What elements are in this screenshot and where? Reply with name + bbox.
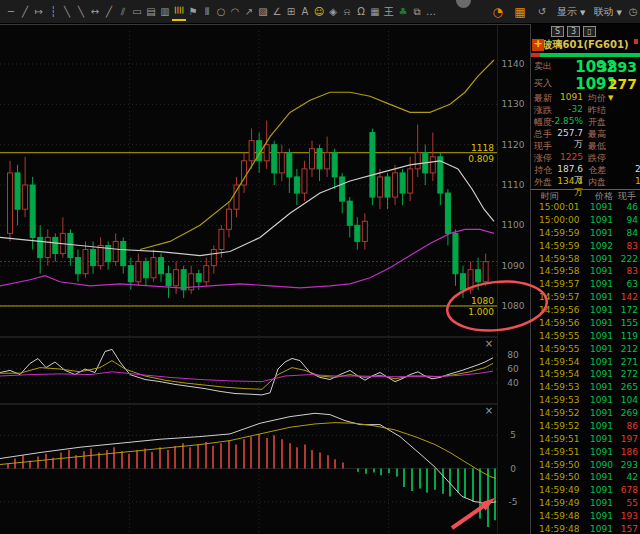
pane-close-button[interactable]: × — [485, 338, 493, 349]
calendar-clock-icon[interactable]: ▦ — [509, 3, 531, 21]
short-line-tool-icon[interactable]: ╱ — [102, 3, 116, 21]
tick-row[interactable]: 14:59:58109183 — [531, 266, 640, 279]
angle-tool-icon[interactable]: ∠ — [270, 3, 284, 21]
arrow-line-tool-icon[interactable]: ↦ — [32, 3, 46, 21]
tick-time: 14:59:52 — [539, 408, 579, 418]
tick-row[interactable]: 14:59:561091172 — [531, 305, 640, 318]
bell-tool-icon[interactable]: ⍾ — [340, 3, 354, 21]
candle-body — [113, 241, 118, 261]
tick-row[interactable]: 14:59:511091186-1 — [531, 447, 640, 460]
more-tools-icon[interactable]: … — [424, 3, 438, 21]
filled-rect-tool-icon[interactable]: ▤ — [144, 3, 158, 21]
mid-axis-tick: 80 — [498, 350, 528, 360]
stat-row: 涨停1225跌停 — [531, 152, 640, 164]
parallel-lines-tool-icon[interactable]: ⫽ — [116, 3, 130, 21]
tick-row[interactable]: 14:59:481091157 — [531, 524, 640, 534]
candle-body — [468, 270, 473, 290]
flag-tool-icon[interactable]: ⚑ — [186, 3, 200, 21]
link-menu[interactable]: 联动 ▼ — [593, 5, 622, 19]
tick-row[interactable]: 14:59:581091222 — [531, 254, 640, 267]
display-menu[interactable]: 显示 ▼ — [557, 5, 586, 19]
main-axis-tick: 1100 — [498, 220, 528, 230]
vertical-bars-tool-icon[interactable]: |||| — [172, 3, 186, 21]
tick-price: 1091 — [577, 318, 613, 328]
tick-row[interactable]: 14:59:511091197 — [531, 434, 640, 447]
tick-price: 1091 — [577, 292, 613, 302]
stat-row: 涨跌-32昨结 — [531, 104, 640, 116]
tick-row[interactable]: 14:59:541091271-2 — [531, 357, 640, 370]
bid-row[interactable]: 买入 1091 277 — [531, 75, 640, 92]
candlestick-chart[interactable]: 11180.80910801.000×× — [0, 25, 497, 534]
tick-price: 1092 — [577, 241, 613, 251]
candle-body — [166, 274, 171, 286]
extended-line-tool-icon[interactable]: ╲ — [74, 3, 88, 21]
vertical-line-tool-icon[interactable]: ┆ — [46, 3, 60, 21]
tick-volume: 155 — [615, 318, 638, 328]
horizontal-arrow-tool-icon[interactable]: ↔ — [88, 3, 102, 21]
tick-row[interactable]: 15:00:00109194 — [531, 215, 640, 228]
tick-row[interactable]: 14:59:52109186- — [531, 421, 640, 434]
tick-row[interactable]: 14:59:531091265 — [531, 382, 640, 395]
magnet-tool-icon[interactable]: Ω — [354, 3, 368, 21]
tick-row[interactable]: 14:59:50109142- — [531, 472, 640, 485]
rectangle-tool-icon[interactable]: ▭ — [130, 3, 144, 21]
candle-body — [453, 233, 458, 273]
tick-price: 1091 — [577, 524, 613, 534]
buy-sell-ratio-bar — [531, 53, 640, 57]
king-tool-icon[interactable]: 王 — [382, 3, 396, 21]
zigzag-tool-icon[interactable]: ↗ — [242, 3, 256, 21]
tick-price: 1091 — [577, 447, 613, 457]
candle-body — [98, 245, 103, 265]
tick-row[interactable]: 14:59:501090293-2 — [531, 460, 640, 473]
tick-row[interactable]: 14:59:531091104 — [531, 395, 640, 408]
cylinder-tool-icon[interactable]: ⫴ — [200, 3, 214, 21]
export-tool-icon[interactable]: ⧉ — [410, 3, 424, 21]
candle-body — [355, 225, 360, 241]
tick-price: 1090 — [577, 460, 613, 470]
filled-rect2-tool-icon[interactable]: ▥ — [158, 3, 172, 21]
ray-tool-icon[interactable]: ╲ — [60, 3, 74, 21]
add-contract-button[interactable]: + — [532, 39, 544, 51]
segment-tool-icon[interactable]: ─ — [4, 3, 18, 21]
clock-partial-icon[interactable]: ◷ — [626, 3, 640, 21]
trendline-tool-icon[interactable]: ╱ — [18, 3, 32, 21]
chart-area[interactable]: 11180.80910801.000×× — [0, 24, 497, 534]
club-tool-icon[interactable]: ♣ — [396, 3, 410, 21]
tick-row[interactable]: 14:59:59109184 — [531, 228, 640, 241]
ask-row[interactable]: 卖出 1092 3893 — [531, 58, 640, 75]
candle-body — [91, 250, 96, 266]
avatar-icon[interactable] — [456, 0, 471, 8]
diamond-tool-icon[interactable]: ◈ — [326, 3, 340, 21]
grid-box-tool-icon[interactable]: ⊞ — [284, 3, 298, 21]
panel-tool-icon[interactable]: ▦ — [368, 3, 382, 21]
panel-layout-button[interactable]: S — [551, 26, 564, 37]
panel-layout-button[interactable]: 3 — [567, 26, 580, 37]
tick-row[interactable]: 15:00:01109146 — [531, 202, 640, 215]
tick-row[interactable]: 14:59:541091272- — [531, 369, 640, 382]
tick-row[interactable]: 14:59:481091193 — [531, 511, 640, 524]
main-axis-tick: 1140 — [498, 59, 528, 69]
tick-row[interactable]: 14:59:59109283 — [531, 241, 640, 254]
hatch-tool-icon[interactable]: ▨ — [256, 3, 270, 21]
pane-close-button[interactable]: × — [485, 405, 493, 416]
tick-row[interactable]: 14:59:551091212-1 — [531, 344, 640, 357]
tick-row[interactable]: 14:59:521091269 — [531, 408, 640, 421]
candle-body — [143, 262, 148, 278]
text-tool-icon[interactable]: A — [298, 3, 312, 21]
arc-tool-icon[interactable]: ◠ — [228, 3, 242, 21]
ratio-green-segment — [540, 53, 640, 57]
panel-layout-button[interactable]: ▯ — [583, 26, 596, 37]
alarm-clock-icon[interactable]: ◔ — [487, 3, 509, 21]
candle-body — [302, 169, 307, 193]
history-clock-icon[interactable]: ↺ — [531, 3, 553, 21]
tick-row[interactable]: 14:59:571091142 — [531, 292, 640, 305]
tick-row[interactable]: 14:59:49109155- — [531, 498, 640, 511]
tick-row[interactable]: 14:59:551091119 — [531, 331, 640, 344]
tick-row[interactable]: 14:59:561091155 — [531, 318, 640, 331]
smiley-tool-icon[interactable]: ☺ — [312, 3, 326, 21]
tick-volume: 271 — [615, 357, 638, 367]
tick-row[interactable]: 14:59:57109163- — [531, 279, 640, 292]
tick-row[interactable]: 14:59:491091678-5 — [531, 485, 640, 498]
tick-volume: 94 — [615, 215, 638, 225]
circle-tool-icon[interactable]: ○ — [214, 3, 228, 21]
